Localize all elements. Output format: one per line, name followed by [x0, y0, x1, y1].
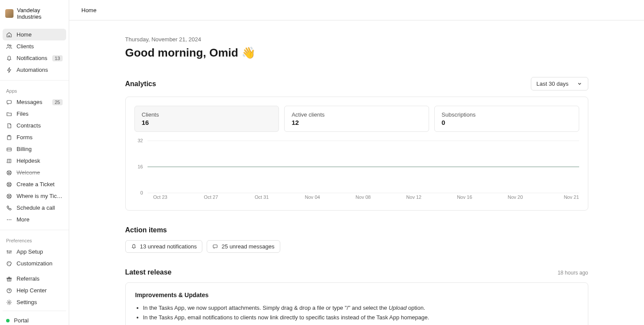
- sidebar-item-label: Files: [17, 111, 63, 117]
- metric-card-subscriptions[interactable]: Subscriptions0: [434, 106, 579, 132]
- sidebar-item-home[interactable]: Home: [3, 29, 66, 40]
- sidebar-item-settings[interactable]: Settings: [3, 296, 66, 308]
- sidebar-item-label: Schedule a call: [17, 204, 63, 211]
- clipboard-icon: [6, 134, 12, 141]
- metric-card-clients[interactable]: Clients16: [134, 106, 279, 132]
- sidebar-item-create-ticket[interactable]: Create a Ticket: [3, 178, 66, 190]
- sidebar-item-automations[interactable]: Automations: [3, 64, 66, 76]
- sidebar: Vandelay Industries HomeClientsNotificat…: [0, 0, 69, 325]
- greeting: Good morning, Omid 👋: [125, 46, 588, 60]
- sidebar-item-forms[interactable]: Forms: [3, 131, 66, 143]
- sidebar-item-contracts[interactable]: Contracts: [3, 120, 66, 131]
- metric-label: Subscriptions: [442, 111, 572, 118]
- workspace-logo: [5, 9, 13, 18]
- preferences-section-label: Preferences: [3, 235, 66, 246]
- apps-section-label: Apps: [3, 85, 66, 96]
- metric-card-active-clients[interactable]: Active clients12: [284, 106, 429, 132]
- sidebar-item-customization[interactable]: Customization: [3, 258, 66, 269]
- sidebar-item-billing[interactable]: Billing: [3, 143, 66, 155]
- latest-release-title: Latest release: [125, 268, 172, 276]
- gear-icon: [6, 299, 12, 305]
- portal-label: Portal: [14, 317, 29, 324]
- bolt-icon: [6, 67, 12, 73]
- workspace-name: Vandelay Industries: [17, 7, 64, 20]
- sliders-icon: [6, 249, 12, 255]
- sidebar-item-label: Customization: [17, 260, 63, 267]
- sidebar-item-more[interactable]: More: [3, 214, 66, 225]
- sidebar-item-helpdesk[interactable]: Helpdesk: [3, 155, 66, 167]
- sidebar-item-label: Contracts: [17, 122, 63, 129]
- period-label: Last 30 days: [537, 80, 569, 87]
- sidebar-item-referrals[interactable]: Referrals: [3, 273, 66, 285]
- main: Home Thursday, November 21, 2024 Good mo…: [69, 0, 644, 325]
- x-tick: Oct 31: [255, 194, 268, 200]
- sidebar-item-label: App Setup: [17, 248, 63, 255]
- gridline: [148, 193, 579, 193]
- portal-link[interactable]: Portal: [3, 314, 66, 325]
- release-time: 18 hours ago: [557, 270, 588, 276]
- sidebar-item-where-ticket[interactable]: Where is my Ticket?: [3, 190, 66, 202]
- x-tick: Oct 23: [153, 194, 167, 200]
- status-dot-icon: [6, 319, 10, 322]
- metric-value: 16: [142, 119, 272, 126]
- bell-icon: [6, 55, 12, 61]
- lifebuoy-icon: [6, 193, 12, 199]
- sidebar-item-schedule-call[interactable]: Schedule a call: [3, 202, 66, 214]
- palette-icon: [6, 261, 12, 267]
- topbar: Home: [69, 0, 644, 20]
- chart-series-line: [148, 167, 579, 167]
- action-items-title: Action items: [125, 226, 167, 234]
- sidebar-item-label: Home: [17, 31, 63, 38]
- x-tick: Nov 21: [564, 194, 579, 200]
- sidebar-item-label: Create a Ticket: [17, 181, 63, 188]
- release-card: Improvements & Updates In the Tasks App,…: [125, 282, 588, 325]
- action-chip[interactable]: 25 unread messages: [207, 240, 280, 253]
- metric-value: 0: [442, 119, 572, 126]
- sidebar-item-help-center[interactable]: Help Center: [3, 285, 66, 296]
- sidebar-item-welcome[interactable]: Welcome: [3, 167, 66, 178]
- sidebar-item-notifications[interactable]: Notifications13: [3, 52, 66, 64]
- folder-icon: [6, 111, 12, 117]
- sidebar-item-label: Messages: [17, 99, 48, 105]
- chip-label: 13 unread notifications: [140, 243, 197, 250]
- metric-label: Active clients: [292, 111, 422, 118]
- metric-label: Clients: [142, 111, 272, 118]
- y-tick: 0: [140, 190, 143, 195]
- x-tick: Oct 27: [204, 194, 218, 200]
- help-icon: [6, 288, 12, 294]
- x-tick: Nov 04: [305, 194, 320, 200]
- lifebuoy-icon: [6, 181, 12, 188]
- analytics-chart: 01632 Oct 23Oct 27Oct 31Nov 04Nov 08Nov …: [134, 141, 579, 201]
- sidebar-item-label: Where is my Ticket?: [17, 193, 63, 199]
- sidebar-item-app-setup[interactable]: App Setup: [3, 246, 66, 258]
- sidebar-item-label: Settings: [17, 299, 63, 305]
- release-item: In the Tasks App, we now support attachm…: [143, 304, 578, 312]
- book-icon: [6, 158, 12, 164]
- message-icon: [212, 244, 218, 249]
- action-chip[interactable]: 13 unread notifications: [125, 240, 203, 253]
- home-icon: [6, 32, 12, 38]
- x-tick: Nov 12: [406, 194, 422, 200]
- sidebar-item-label: Notifications: [17, 55, 48, 61]
- analytics-card: Clients16Active clients12Subscriptions0 …: [125, 97, 588, 211]
- sidebar-item-label: Welcome: [17, 169, 63, 176]
- gridline: [148, 141, 579, 141]
- sidebar-item-messages[interactable]: Messages25: [3, 96, 66, 108]
- sidebar-item-label: Clients: [17, 43, 63, 50]
- release-item: In the Tasks App, email notifications to…: [143, 313, 578, 322]
- release-subtitle: Improvements & Updates: [135, 291, 578, 298]
- y-tick: 16: [138, 164, 143, 169]
- card-icon: [6, 146, 12, 152]
- breadcrumb: Home: [81, 7, 97, 13]
- chip-label: 25 unread messages: [221, 243, 274, 250]
- sidebar-item-clients[interactable]: Clients: [3, 40, 66, 52]
- workspace-switcher[interactable]: Vandelay Industries: [0, 0, 69, 27]
- document-icon: [6, 123, 12, 129]
- period-dropdown[interactable]: Last 30 days: [531, 77, 588, 90]
- sidebar-item-label: Helpdesk: [17, 157, 63, 164]
- phone-icon: [6, 205, 12, 211]
- release-item: On the homepage analytics dashboard, we …: [143, 323, 578, 325]
- x-tick: Nov 20: [508, 194, 523, 200]
- sidebar-item-files[interactable]: Files: [3, 108, 66, 120]
- sidebar-item-label: More: [17, 216, 63, 223]
